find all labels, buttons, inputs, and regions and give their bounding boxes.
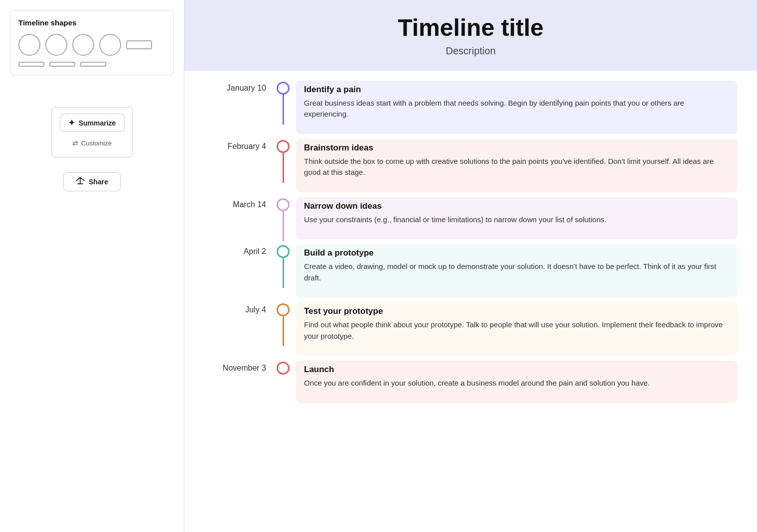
- shape-circle-1: [18, 34, 40, 56]
- summarize-label: Summarize: [79, 119, 116, 127]
- shape-circle-3: [72, 34, 94, 56]
- timeline-item-0: January 10 Identify a pain Great busines…: [204, 81, 737, 139]
- connector-col-0: [274, 81, 292, 125]
- event-date-4: July 4: [204, 302, 274, 314]
- summarize-button[interactable]: ✦ Summarize: [60, 114, 125, 132]
- timeline-dot-0: [277, 82, 290, 95]
- event-content-4: Test your prototype Find out what people…: [296, 302, 737, 356]
- share-icon: [76, 177, 85, 187]
- shape-circle-4: [99, 34, 121, 56]
- timeline-item-2: March 14 Narrow down ideas Use your cons…: [204, 197, 737, 245]
- timeline-dot-1: [277, 140, 290, 153]
- timeline-dot-4: [277, 303, 290, 316]
- timeline-item-1: February 4 Brainstorm ideas Think outsid…: [204, 139, 737, 197]
- event-title-2: Narrow down ideas: [304, 201, 729, 211]
- event-desc-4: Find out what people think about your pr…: [304, 319, 729, 342]
- event-title-5: Launch: [304, 365, 729, 375]
- event-title-4: Test your prototype: [304, 306, 729, 316]
- event-content-5: Launch Once you are confident in your so…: [296, 361, 737, 403]
- event-content-0: Identify a pain Great business ideas sta…: [296, 81, 737, 134]
- connector-col-3: [274, 244, 292, 288]
- share-button[interactable]: Share: [63, 172, 121, 191]
- shape-line-1: [18, 62, 44, 67]
- connector-col-5: [274, 361, 292, 375]
- timeline-line-4: [283, 316, 284, 346]
- header-section: Timeline title Description: [184, 0, 757, 71]
- shape-line-3: [80, 62, 106, 67]
- timeline-item-3: April 2 Build a prototype Create a video…: [204, 244, 737, 302]
- right-panel: Timeline title Description January 10 Id…: [184, 0, 757, 532]
- timeline-line-2: [283, 211, 284, 241]
- customize-button[interactable]: ⇄ Customize: [60, 135, 125, 151]
- timeline-item-5: November 3 Launch Once you are confident…: [204, 361, 737, 408]
- tools-section: ✦ Summarize ⇄ Customize Share: [10, 107, 174, 191]
- shapes-row-lines: [18, 62, 165, 67]
- event-desc-3: Create a video, drawing, model or mock u…: [304, 261, 729, 283]
- event-date-0: January 10: [204, 81, 274, 93]
- customize-label: Customize: [81, 139, 112, 147]
- timeline-container: January 10 Identify a pain Great busines…: [184, 71, 757, 532]
- timeline-dot-5: [277, 362, 290, 375]
- timeline-line-1: [283, 153, 284, 183]
- event-desc-1: Think outside the box to come up with cr…: [304, 156, 729, 178]
- sliders-icon: ⇄: [72, 139, 78, 147]
- event-content-1: Brainstorm ideas Think outside the box t…: [296, 139, 737, 192]
- event-date-3: April 2: [204, 244, 274, 256]
- timeline-dot-2: [277, 198, 290, 211]
- event-desc-0: Great business ideas start with a proble…: [304, 98, 729, 120]
- shape-circle-2: [45, 34, 67, 56]
- timeline-item-4: July 4 Test your prototype Find out what…: [204, 302, 737, 361]
- sparkle-icon: ✦: [68, 118, 75, 128]
- timeline-line-0: [283, 95, 284, 125]
- shape-rect-1: [126, 40, 152, 49]
- shapes-row-circles: [18, 34, 165, 56]
- event-content-2: Narrow down ideas Use your constraints (…: [296, 197, 737, 240]
- timeline-dot-3: [277, 245, 290, 258]
- shape-line-2: [49, 62, 75, 67]
- connector-col-1: [274, 139, 292, 183]
- shapes-section: Timeline shapes: [10, 10, 174, 75]
- connector-col-4: [274, 302, 292, 346]
- event-title-3: Build a prototype: [304, 248, 729, 258]
- summarize-customize-panel: ✦ Summarize ⇄ Customize: [51, 107, 133, 157]
- share-label: Share: [89, 178, 108, 186]
- timeline-title: Timeline title: [204, 15, 737, 41]
- event-content-3: Build a prototype Create a video, drawin…: [296, 244, 737, 297]
- timeline-description: Description: [204, 45, 737, 57]
- event-date-5: November 3: [204, 361, 274, 373]
- left-panel: Timeline shapes ✦ Summarize ⇄ Customize: [0, 0, 184, 532]
- shapes-title: Timeline shapes: [18, 18, 165, 27]
- event-title-0: Identify a pain: [304, 85, 729, 95]
- connector-col-2: [274, 197, 292, 241]
- timeline-line-3: [283, 258, 284, 288]
- event-desc-2: Use your constraints (e.g., financial or…: [304, 214, 729, 226]
- event-title-1: Brainstorm ideas: [304, 143, 729, 153]
- event-date-2: March 14: [204, 197, 274, 209]
- event-date-1: February 4: [204, 139, 274, 151]
- event-desc-5: Once you are confident in your solution,…: [304, 378, 729, 389]
